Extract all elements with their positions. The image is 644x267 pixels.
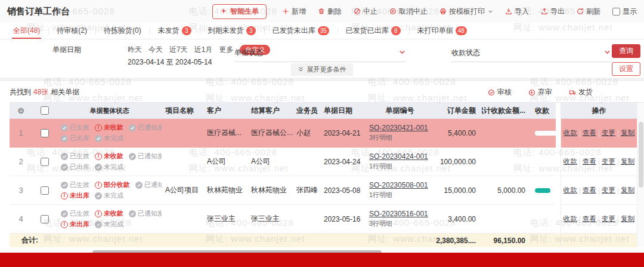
ops-separator: | [579, 186, 581, 195]
op-change[interactable]: 变更 [602, 186, 615, 195]
status-label: 已生效 [70, 152, 89, 161]
op-copy[interactable]: 复制 [621, 214, 634, 223]
tab-badge: 3 [182, 26, 191, 35]
filter-buttons: 查询 设置 [612, 44, 640, 76]
row-ops-cell: 收款|查看|变更|复制 [561, 205, 637, 234]
toolbar-import[interactable]: 导入 [505, 7, 529, 17]
tab-6[interactable]: 已发货已出库8 [338, 23, 409, 39]
settings-button[interactable]: 设置 [612, 62, 640, 76]
batch-audit[interactable]: 审核 [488, 87, 512, 97]
op-change[interactable]: 变更 [602, 157, 615, 166]
tab-7[interactable]: 未打印单据48 [409, 23, 475, 39]
expand-more-button[interactable]: 展开更多条件 [291, 63, 354, 76]
date-option-4[interactable]: 更多 [219, 45, 233, 55]
op-receive[interactable]: 收款 [564, 186, 577, 195]
batch-ship[interactable]: 发货 [569, 87, 593, 97]
column-header-label: 客户 [207, 106, 221, 116]
vertical-scrollbar-thumb[interactable] [639, 122, 643, 188]
export-icon [541, 8, 548, 15]
show-checkbox[interactable] [612, 8, 620, 16]
status-label: 已通知发货 [138, 209, 162, 218]
vertical-scrollbar[interactable] [637, 103, 644, 247]
op-change[interactable]: 变更 [602, 128, 615, 137]
toolbar-print-by-template[interactable]: 按模板打印 [439, 7, 493, 17]
tab-3[interactable]: 未发货3 [150, 23, 200, 39]
op-view[interactable]: 查看 [583, 186, 596, 195]
toolbar-export[interactable]: 导出 [541, 7, 565, 17]
order-status-cell: 已生效!部分收款已通知发货!未出库未完成 [57, 176, 162, 204]
batch-label: 审核 [497, 87, 512, 97]
toolbar-cancel-stop[interactable]: 取消中止 [389, 7, 428, 17]
customer-cell: 医疗器械... [203, 119, 247, 147]
row-checkbox[interactable] [41, 158, 49, 166]
order-date-cell: 2023-04-24 [320, 148, 366, 176]
column-header-label: 收款 [535, 106, 549, 116]
project-name-cell: A公司项目 [162, 176, 203, 204]
tab-5[interactable]: 已发货未出库35 [264, 23, 338, 39]
tab-label: 待拣验货(0) [104, 26, 141, 36]
payment-status-select[interactable]: 收款状态 [451, 48, 611, 62]
order-no-link[interactable]: SO-20230516-001 [369, 210, 428, 218]
date-option-0[interactable]: 昨天 [128, 45, 142, 55]
tab-4[interactable]: 到期未发货3 [200, 23, 264, 39]
date-option-2[interactable]: 近7天 [169, 45, 188, 55]
tab-2[interactable]: 待拣验货(0) [95, 23, 150, 39]
op-view[interactable]: 查看 [583, 214, 596, 223]
tab-badge: 3 [246, 26, 256, 35]
toolbar-delete[interactable]: 删除 [318, 7, 342, 17]
row-checkbox-cell [32, 205, 57, 233]
check-icon [61, 164, 68, 171]
column-settings-gear-icon[interactable]: ⚙ [10, 103, 32, 118]
date-option-1[interactable]: 今天 [148, 45, 163, 55]
status-label: 未完成 [104, 191, 123, 200]
status-ok: 已出库 [61, 162, 89, 171]
tab-label: 全部(48) [13, 26, 40, 36]
doc-status-select[interactable]: 单据状态 [234, 48, 406, 62]
date-option-3[interactable]: 近1月 [194, 45, 213, 55]
op-receive[interactable]: 收款 [564, 128, 577, 137]
order-status-cell: 已生效!未收款已通知发货已出库未完成 [57, 119, 162, 147]
op-view[interactable]: 查看 [583, 128, 596, 137]
status-warning: !未收款 [95, 152, 123, 161]
select-all-checkbox[interactable] [41, 106, 49, 115]
status-line: 已生效!未收款已通知发货 [61, 123, 162, 132]
row-checkbox[interactable] [41, 186, 49, 195]
payment-status-label: 收款状态 [451, 48, 480, 58]
order-no-link[interactable]: SO-20230421-001 [369, 124, 428, 132]
found-count: 48张 [33, 87, 48, 97]
order-no-link[interactable]: SO-20230424-001 [369, 152, 428, 161]
search-button[interactable]: 查询 [612, 44, 640, 58]
batch-label: 发货 [578, 87, 593, 97]
page-title: 销售订单工作台 [7, 6, 70, 17]
ops-separator: | [579, 215, 581, 223]
order-amount-cell: 3,400.00 [434, 205, 482, 233]
row-checkbox[interactable] [41, 215, 49, 223]
project-name-cell [162, 148, 203, 176]
order-no-link[interactable]: SO-20230508-001 [369, 181, 428, 189]
op-copy[interactable]: 复制 [621, 157, 634, 166]
status-label: 未完成 [104, 220, 123, 229]
project-name-cell [162, 205, 203, 233]
op-copy[interactable]: 复制 [621, 128, 634, 137]
smart-generate-button[interactable]: 智能生单 [212, 4, 267, 19]
op-receive[interactable]: 收款 [564, 157, 577, 166]
op-change[interactable]: 变更 [602, 214, 615, 223]
warning-icon: ! [61, 221, 68, 228]
op-receive[interactable]: 收款 [564, 214, 577, 223]
op-view[interactable]: 查看 [583, 157, 596, 166]
tab-0[interactable]: 全部(48) [5, 23, 48, 39]
tab-1[interactable]: 待审核(2) [48, 23, 95, 39]
row-checkbox[interactable] [41, 129, 49, 137]
batch-unaudit[interactable]: 弃审 [528, 87, 552, 97]
check-icon [95, 135, 102, 142]
payment-progress-cell [531, 148, 556, 176]
op-copy[interactable]: 复制 [621, 186, 634, 195]
toolbar-refresh[interactable]: 刷新 [577, 7, 600, 17]
expand-more-label: 展开更多条件 [307, 65, 346, 74]
toolbar-add[interactable]: 新增 [282, 7, 306, 17]
tab-bar: 全部(48)待审核(2)待拣验货(0)未发货3到期未发货3已发货未出库35已发货… [0, 23, 644, 39]
status-line: 已生效!未收款已通知发货 [61, 209, 162, 218]
show-toggle[interactable]: 显示 [612, 7, 637, 17]
toolbar-stop[interactable]: 中止 [354, 7, 377, 17]
payment-progress-cell [531, 205, 556, 233]
